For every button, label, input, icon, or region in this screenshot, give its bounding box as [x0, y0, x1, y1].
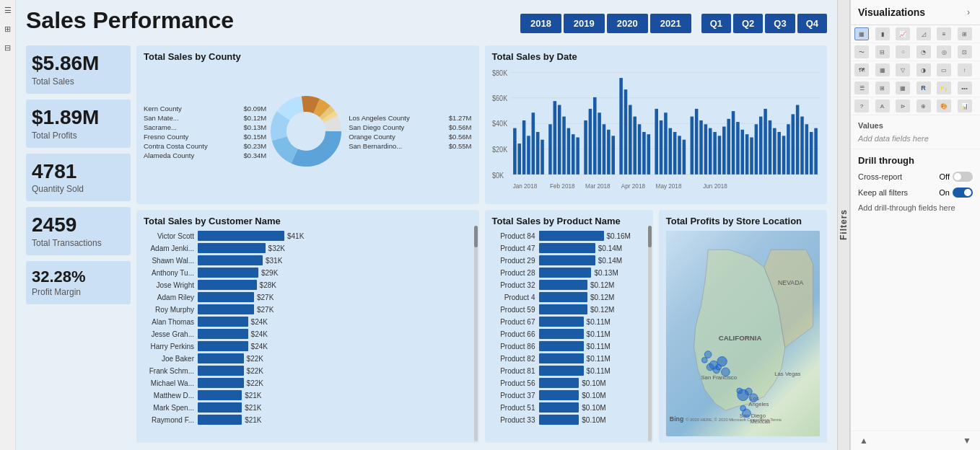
kpi-total-profits: $1.89M Total Profits — [26, 100, 131, 148]
filled-map-icon[interactable]: ▦ — [875, 63, 890, 76]
funnel-icon[interactable]: ▽ — [896, 63, 910, 76]
stacked-bar-icon[interactable]: ≡ — [937, 27, 951, 40]
keep-all-filters-state: On — [939, 188, 950, 197]
card-icon[interactable]: ▭ — [937, 63, 951, 76]
map-icon[interactable]: 🗺 — [854, 63, 869, 76]
bar-fill — [198, 304, 254, 314]
area-chart-icon[interactable]: ◿ — [916, 27, 931, 40]
column-chart-icon[interactable]: ▮ — [875, 27, 890, 40]
gauge-icon[interactable]: ◑ — [916, 63, 931, 76]
analytics-icon[interactable]: ⊟ — [1, 41, 14, 54]
bar-value: $21K — [245, 416, 261, 424]
sidebar-expand-btn[interactable]: › — [964, 6, 973, 19]
donut-chart-icon[interactable]: ◎ — [937, 45, 951, 58]
product-scrollbar-thumb[interactable] — [648, 226, 652, 247]
year-2021-btn[interactable]: 2021 — [650, 14, 691, 33]
svg-rect-78 — [795, 105, 799, 175]
bar-fill — [539, 243, 595, 253]
quantity-sold-label: Quantity Sold — [32, 184, 125, 194]
pie-chart-icon[interactable]: ◔ — [916, 45, 931, 58]
cross-report-track[interactable] — [953, 172, 973, 182]
bar-fill — [198, 231, 284, 241]
bar-fill — [539, 304, 588, 314]
format-icon[interactable]: 🎨 — [937, 100, 951, 112]
product-bar-title: Total Sales by Product Name — [492, 216, 646, 226]
bar-fill — [539, 280, 588, 290]
list-item: Adam Riley $27K — [144, 292, 472, 302]
kpi-icon[interactable]: ↑ — [958, 63, 972, 76]
more-visuals-icon[interactable]: ••• — [958, 81, 972, 94]
scrollbar-thumb[interactable] — [474, 226, 478, 247]
svg-rect-34 — [584, 120, 587, 175]
list-item: Raymond F... $21K — [144, 415, 472, 425]
bar-fill — [198, 243, 266, 253]
year-2018-btn[interactable]: 2018 — [520, 14, 561, 33]
svg-rect-52 — [673, 132, 676, 175]
svg-rect-61 — [717, 136, 721, 175]
bar-label: Product 67 — [492, 318, 539, 326]
list-item: Product 84 $0.16M — [492, 231, 646, 241]
pages-icon[interactable]: ⊞ — [1, 22, 14, 35]
scatter-icon[interactable]: ⁘ — [896, 45, 910, 58]
svg-text:$40K: $40K — [492, 120, 508, 128]
bar-chart-icon[interactable]: ▦ — [854, 27, 869, 40]
scroll-down-btn[interactable]: ▼ — [960, 434, 974, 447]
q4-btn[interactable]: Q4 — [797, 14, 827, 33]
py-visual-icon[interactable]: Py — [937, 81, 951, 94]
qa-icon[interactable]: ? — [854, 100, 869, 112]
decomp-tree-icon[interactable]: ⊳ — [896, 100, 910, 112]
matrix-icon[interactable]: ▦ — [896, 81, 910, 94]
slicer-icon[interactable]: ☰ — [854, 81, 869, 94]
sidebar-title: Visualizations — [858, 6, 925, 18]
q1-btn[interactable]: Q1 — [701, 14, 731, 33]
map-visualization: CALIFORNIA NEVADA San Francisco Los Ange… — [666, 231, 820, 436]
total-sales-label: Total Sales — [32, 76, 125, 87]
keep-all-filters-track[interactable] — [953, 188, 973, 198]
list-item: Adam Jenki... $32K — [144, 243, 472, 253]
cross-report-toggle[interactable]: Off — [940, 172, 973, 182]
svg-rect-20 — [513, 128, 517, 175]
bar-label: Product 84 — [492, 232, 539, 240]
viz-icons-row4: ☰ ⊞ ▦ R Py ••• — [851, 79, 980, 97]
r-visual-icon[interactable]: R — [916, 81, 931, 94]
year-2020-btn[interactable]: 2020 — [607, 14, 648, 33]
q3-btn[interactable]: Q3 — [765, 14, 795, 33]
year-2019-btn[interactable]: 2019 — [564, 14, 605, 33]
scroll-up-btn[interactable]: ▲ — [857, 434, 871, 447]
svg-point-108 — [740, 405, 745, 411]
bar-value: $0.12M — [590, 306, 614, 314]
list-item: Roy Murphy $27K — [144, 304, 472, 314]
bottom-right-charts: Total Sales by Product Name Product 84 $… — [485, 210, 828, 443]
analytics-panel-icon[interactable]: 📊 — [958, 100, 972, 112]
svg-text:Feb 2018: Feb 2018 — [550, 182, 575, 190]
svg-rect-66 — [740, 130, 744, 175]
svg-rect-71 — [764, 109, 767, 175]
add-fields-placeholder[interactable]: Add data fields here — [858, 134, 973, 143]
list-item: Product 32 $0.12M — [492, 280, 646, 290]
bar-value: $0.11M — [587, 330, 611, 338]
viz-icons-row5: ? A ⊳ ⊕ 🎨 📊 — [851, 97, 980, 115]
combo-chart-icon[interactable]: ⊞ — [958, 27, 972, 40]
list-item: Frank Schm... $22K — [144, 366, 472, 376]
list-item: Product 59 $0.12M — [492, 304, 646, 314]
ribbon-chart-icon[interactable]: 〜 — [854, 45, 869, 58]
keep-all-filters-toggle[interactable]: On — [939, 188, 973, 198]
table-icon[interactable]: ⊞ — [875, 81, 890, 94]
key-influencers-icon[interactable]: ⊕ — [916, 100, 931, 112]
add-drill-fields-placeholder[interactable]: Add drill-through fields here — [858, 203, 973, 212]
legend-item-5: Alameda County$0.34M — [144, 151, 266, 159]
q2-btn[interactable]: Q2 — [733, 14, 763, 33]
waterfall-icon[interactable]: ⊟ — [875, 45, 890, 58]
smart-narrative-icon[interactable]: A — [875, 100, 890, 112]
treemap-icon[interactable]: ⊡ — [958, 45, 972, 58]
svg-rect-46 — [642, 132, 646, 175]
line-chart-icon[interactable]: 📈 — [896, 27, 910, 40]
bar-label: Joe Baker — [144, 355, 198, 363]
bar-value: $28K — [260, 281, 276, 289]
svg-rect-57 — [699, 120, 703, 175]
svg-point-109 — [701, 357, 707, 363]
svg-point-102 — [721, 368, 730, 376]
header-area: Sales Performance 2018 2019 2020 2021 Q1… — [26, 7, 827, 40]
hamburger-icon[interactable]: ☰ — [1, 4, 14, 17]
svg-text:CALIFORNIA: CALIFORNIA — [718, 334, 761, 342]
